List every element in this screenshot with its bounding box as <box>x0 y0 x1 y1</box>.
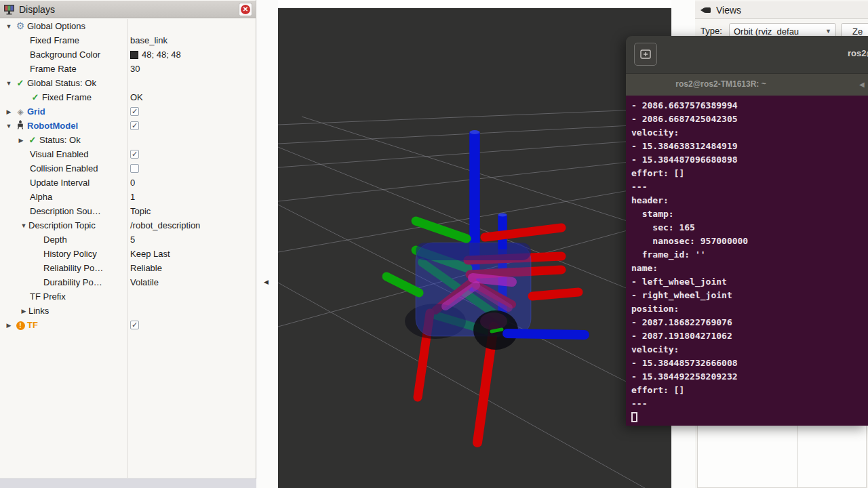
property-value: ✓ <box>130 147 139 161</box>
collapsed-arrow-icon[interactable]: ▶ <box>19 308 28 314</box>
check-icon: ✓ <box>32 92 39 102</box>
color-value-text: 48; 48; 48 <box>142 49 181 60</box>
terminal-tab[interactable]: ros2@ros2-TM1613R: ~ <box>626 79 816 89</box>
property-label: Description Topic <box>28 220 96 230</box>
displays-tree-row[interactable]: Alpha1 <box>0 190 255 204</box>
displays-tree-row[interactable]: ▶✓Status: Ok <box>0 133 255 147</box>
property-value[interactable]: 1 <box>130 190 135 204</box>
property-label: RobotModel <box>27 121 78 131</box>
property-value[interactable]: 30 <box>130 62 140 76</box>
displays-tree-row[interactable]: TF Prefix <box>0 289 255 304</box>
terminal-line: effort: [] <box>631 384 868 397</box>
panel-resize-strip[interactable] <box>0 479 278 488</box>
enabled-checkbox[interactable]: ✓ <box>130 107 139 116</box>
property-value[interactable]: Volatile <box>130 275 159 289</box>
property-label: Alpha <box>30 192 52 202</box>
terminal-line: - 2086.6637576389994 <box>631 99 868 113</box>
new-tab-button[interactable] <box>634 43 657 66</box>
displays-panel: Displays ✕ ▼⚙Global OptionsFixed Frameba… <box>0 0 256 488</box>
terminal-titlebar[interactable]: ros2@ros2-TM1613R: ~ <box>626 36 868 73</box>
expand-arrow-icon[interactable]: ▼ <box>19 222 28 229</box>
property-value[interactable]: Topic <box>130 204 151 218</box>
terminal-line: velocity: <box>631 343 868 357</box>
displays-titlebar[interactable]: Displays ✕ <box>0 1 256 18</box>
enabled-checkbox[interactable] <box>130 164 139 173</box>
terminal-output[interactable]: - 2086.6637576389994- 2086.6687425042305… <box>626 96 868 426</box>
property-label: Grid <box>27 106 45 117</box>
terminal-line: header: <box>631 194 868 207</box>
displays-tree-row[interactable]: Visual Enabled✓ <box>0 147 255 161</box>
expand-arrow-icon[interactable]: ▼ <box>4 80 14 87</box>
row-icon-slot <box>14 120 27 131</box>
tab-scroll-icon[interactable]: ◀ <box>859 81 865 88</box>
displays-tree-row[interactable]: Update Interval0 <box>0 176 255 190</box>
displays-tree-row[interactable]: Fixed Framebase_link <box>0 33 255 47</box>
terminal-line: - 15.384485732666008 <box>631 357 868 370</box>
displays-tree-row[interactable]: Description Sou…Topic <box>0 204 255 218</box>
displays-tree-row[interactable]: Collision Enabled <box>0 161 255 176</box>
property-value[interactable]: OK <box>130 90 143 104</box>
property-label: Depth <box>43 235 67 245</box>
displays-tree-row[interactable]: ✓Fixed FrameOK <box>0 90 255 104</box>
terminal-tabbar[interactable]: ros2@ros2-TM1613R: ~ ◀ <box>626 73 868 96</box>
terminal-line: velocity: <box>631 126 868 140</box>
collapsed-arrow-icon[interactable]: ▶ <box>16 137 26 144</box>
displays-close-button[interactable]: ✕ <box>239 3 252 16</box>
property-value[interactable]: /robot_description <box>130 218 200 232</box>
displays-tree-row[interactable]: ▼⚙Global Options <box>0 19 255 33</box>
chevron-down-icon: ▼ <box>825 28 831 35</box>
collapsed-arrow-icon[interactable]: ▶ <box>4 108 14 115</box>
property-label: Links <box>28 306 49 316</box>
displays-tree-row[interactable]: Durability Po…Volatile <box>0 275 255 289</box>
property-value[interactable]: base_link <box>130 33 167 47</box>
displays-tree-row[interactable]: Frame Rate30 <box>0 62 255 76</box>
terminal-line: --- <box>631 180 868 194</box>
property-value[interactable]: Reliable <box>130 261 162 275</box>
chassis-top-face <box>416 243 531 260</box>
terminal-line: name: <box>631 262 868 275</box>
expand-arrow-icon[interactable]: ▼ <box>4 23 14 30</box>
property-value[interactable]: 5 <box>130 232 135 247</box>
property-value[interactable]: Keep Last <box>130 247 170 261</box>
row-icon-slot: ✓ <box>26 136 39 145</box>
enabled-checkbox[interactable]: ✓ <box>130 321 139 329</box>
terminal-cursor <box>631 412 637 422</box>
view-type-value: Orbit (rviz_defau <box>734 26 799 37</box>
terminal-window[interactable]: ros2@ros2-TM1613R: ~ ros2@ros2-TM1613R: … <box>626 36 868 426</box>
displays-tree-row[interactable]: ▶Links <box>0 304 255 318</box>
render-viewport[interactable] <box>278 8 671 488</box>
displays-tree-row[interactable]: ▼RobotModel✓ <box>0 119 255 133</box>
terminal-line: - 2087.191804271062 <box>631 329 868 343</box>
displays-tree-row[interactable]: History PolicyKeep Last <box>0 247 255 261</box>
displays-tree-row[interactable]: Reliability Po…Reliable <box>0 261 255 275</box>
row-icon-slot: ✓ <box>14 79 27 88</box>
displays-tree-row[interactable]: ▼✓Global Status: Ok <box>0 76 255 90</box>
robot-icon <box>16 120 25 129</box>
displays-tree-row[interactable]: ▼Description Topic/robot_description <box>0 218 255 232</box>
displays-tree-row[interactable]: ▶◈Grid✓ <box>0 104 255 119</box>
enabled-checkbox[interactable]: ✓ <box>130 121 139 130</box>
enabled-checkbox[interactable]: ✓ <box>130 150 139 159</box>
views-panel-icon <box>701 6 711 14</box>
terminal-line: nanosec: 957000000 <box>631 235 868 248</box>
property-label: Fixed Frame <box>42 92 92 102</box>
expand-arrow-icon[interactable]: ▼ <box>4 123 14 129</box>
property-value[interactable]: 48; 48; 48 <box>130 47 181 62</box>
collapsed-arrow-icon[interactable]: ▶ <box>4 322 14 329</box>
check-icon: ✓ <box>29 135 37 145</box>
displays-tree-row[interactable]: Depth5 <box>0 232 255 247</box>
property-label: Frame Rate <box>30 64 77 74</box>
panel-splitter-gutter[interactable]: ◀ <box>256 0 278 488</box>
warning-icon: ! <box>16 321 25 330</box>
gear-icon: ⚙ <box>16 20 25 31</box>
displays-tree: ▼⚙Global OptionsFixed Framebase_linkBack… <box>0 19 255 478</box>
views-titlebar[interactable]: Views <box>695 1 868 19</box>
property-value: ✓ <box>130 119 139 133</box>
displays-tree-row[interactable]: Background Color48; 48; 48 <box>0 47 255 62</box>
displays-tree-row[interactable]: ▶!TF✓ <box>0 318 255 332</box>
grid-icon: ◈ <box>17 107 23 117</box>
collapse-panel-icon[interactable]: ◀ <box>264 279 269 285</box>
color-swatch <box>130 51 138 59</box>
robot-model-scene <box>278 8 671 488</box>
property-value[interactable]: 0 <box>130 176 135 190</box>
